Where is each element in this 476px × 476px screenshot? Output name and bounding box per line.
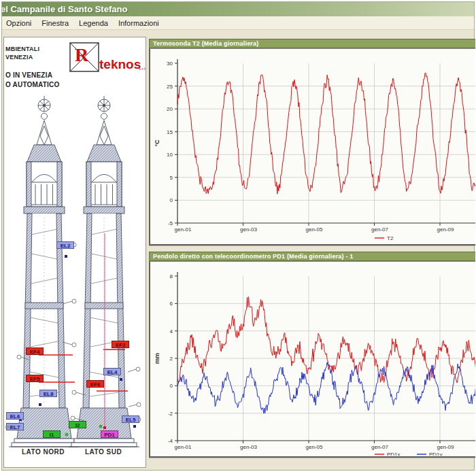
- window-title: el Campanile di Santo Stefano: [3, 2, 127, 16]
- svg-text:4: 4: [170, 328, 173, 335]
- chart-panel-pd1-titlebar[interactable]: Pendolo diretto con telecoordinometro PD…: [149, 252, 475, 261]
- sensor-label-el4: EL4: [103, 368, 121, 375]
- window-titlebar[interactable]: el Campanile di Santo Stefano: [2, 2, 474, 16]
- menu-item-legenda[interactable]: Legenda: [77, 18, 110, 28]
- legend: T2: [375, 235, 394, 241]
- sensor-label-el8: EL8: [39, 390, 57, 397]
- svg-text:0: 0: [170, 383, 173, 389]
- svg-text:5: 5: [170, 175, 173, 181]
- svg-text:gen-05: gen-05: [306, 226, 323, 233]
- svg-text:gen-03: gen-03: [240, 226, 257, 233]
- sensor-label-ef4: EF4: [26, 347, 44, 355]
- svg-text:gen-01: gen-01: [175, 444, 192, 450]
- svg-text:gen-09: gen-09: [437, 444, 454, 450]
- svg-text:-2: -2: [168, 411, 173, 417]
- svg-text:gen-07: gen-07: [371, 444, 388, 450]
- svg-text:gen-05: gen-05: [306, 444, 323, 450]
- svg-text:PD1y: PD1y: [429, 452, 443, 456]
- svg-text:0: 0: [170, 197, 173, 203]
- sensor-label-ef5: EF5: [26, 375, 44, 382]
- chart-panel-t2: Termosonda T2 (Media giornaliera) 302520…: [149, 39, 475, 245]
- svg-text:10: 10: [167, 152, 173, 158]
- svg-text:PD1x: PD1x: [387, 452, 401, 456]
- tower-south: [69, 96, 139, 447]
- y-axis-label: mm: [154, 353, 160, 364]
- label-lato-sud: LATO SUD: [85, 448, 122, 456]
- chart-panel-pd1-body: 86420-2-4gen-01gen-03gen-05gen-07gen-09m…: [149, 261, 475, 458]
- sensor-label-el5: EL5: [122, 415, 139, 423]
- svg-text:gen-03: gen-03: [240, 444, 257, 450]
- app-window: el Campanile di Santo Stefano OpzioniFin…: [1, 1, 475, 471]
- client-area: MBIENTALI VENEZIA O IN VENEZIA O AUTOMAT…: [2, 30, 474, 470]
- svg-text:gen-07: gen-07: [371, 226, 388, 233]
- tower-diagram-panel: MBIENTALI VENEZIA O IN VENEZIA O AUTOMAT…: [3, 37, 146, 468]
- axes: 86420-2-4gen-01gen-03gen-05gen-07gen-09: [168, 272, 475, 450]
- sensor-label-el2: EL2: [56, 241, 74, 249]
- svg-text:25: 25: [167, 84, 173, 90]
- svg-text:30: 30: [167, 61, 173, 67]
- svg-text:-4: -4: [168, 438, 173, 444]
- sensor-label-ef2: EF2: [112, 341, 129, 348]
- t2-chart: 302520151050-5gen-01gen-03gen-05gen-07ge…: [150, 49, 475, 243]
- y-axis-label: °C: [154, 139, 160, 147]
- grid: [177, 276, 475, 441]
- sensor-label-i2: I2: [69, 421, 86, 428]
- menu-bar: OpzioniFinestraLegendaInformazioni: [2, 16, 474, 30]
- series-pd1x: [177, 296, 475, 383]
- menu-item-informazioni[interactable]: Informazioni: [116, 18, 161, 28]
- svg-text:15: 15: [167, 129, 173, 135]
- chart-panel-t2-titlebar[interactable]: Termosonda T2 (Media giornaliera): [149, 39, 475, 48]
- sensor-label-ef6: EF6: [86, 380, 104, 388]
- svg-text:T2: T2: [387, 235, 394, 241]
- label-lato-nord: LATO NORD: [22, 448, 65, 456]
- svg-text:gen-01: gen-01: [175, 226, 192, 233]
- svg-text:-5: -5: [168, 220, 173, 226]
- svg-text:2: 2: [170, 356, 173, 362]
- chart-panel-pd1: Pendolo diretto con telecoordinometro PD…: [149, 252, 475, 458]
- axes: 302520151050-5gen-01gen-03gen-05gen-07ge…: [167, 59, 475, 233]
- tower-section-drawing: [4, 37, 146, 468]
- sensor-label-el6: EL6: [6, 412, 24, 420]
- menu-item-opzioni[interactable]: Opzioni: [4, 18, 33, 28]
- series-t2: [177, 73, 475, 194]
- sensor-label-i1: I1: [43, 430, 61, 438]
- chart-panel-t2-body: 302520151050-5gen-01gen-03gen-05gen-07ge…: [149, 48, 475, 245]
- drawing-scale-note: 030 g/s: [5, 425, 16, 429]
- svg-text:gen-09: gen-09: [437, 226, 454, 233]
- sensor-label-pd1: PD1: [101, 430, 118, 438]
- pd1-chart: 86420-2-4gen-01gen-03gen-05gen-07gen-09m…: [150, 262, 475, 456]
- menu-item-finestra[interactable]: Finestra: [39, 18, 71, 28]
- legend: PD1xPD1y: [375, 452, 443, 456]
- svg-text:20: 20: [167, 106, 173, 112]
- svg-text:6: 6: [170, 301, 173, 307]
- svg-text:8: 8: [170, 273, 173, 279]
